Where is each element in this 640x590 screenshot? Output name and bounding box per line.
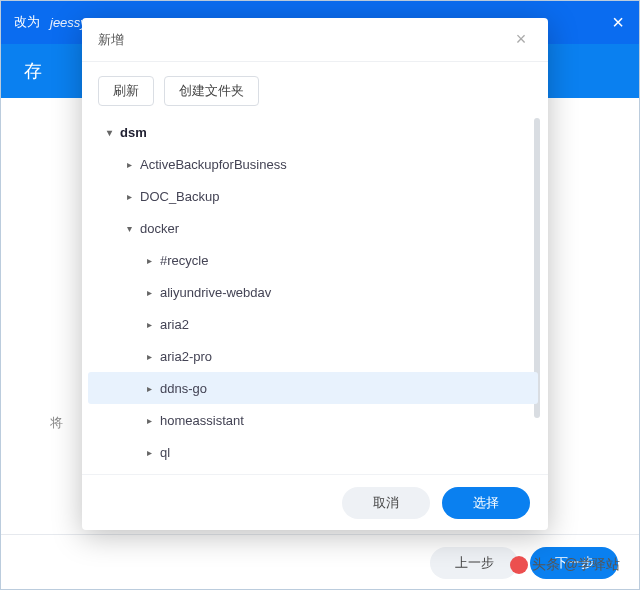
tree-node-label: aria2-pro [160,349,212,364]
watermark: 头条 @学驿站 [510,556,620,574]
new-folder-button[interactable]: 创建文件夹 [164,76,259,106]
tree-node-label: ActiveBackupforBusiness [140,157,287,172]
tree-node-docker[interactable]: ▾ docker [88,212,538,244]
tree-node[interactable]: ▸ homeassistant [88,404,538,436]
tree-node-label: aria2 [160,317,189,332]
tree-node[interactable]: ▸ tinymediamanager [88,468,538,474]
tree-node-label: ql [160,445,170,460]
select-button[interactable]: 选择 [442,487,530,519]
tree-node-label: docker [140,221,179,236]
modal-header: 新增 × [82,18,548,62]
tree-node[interactable]: ▸ ql [88,436,538,468]
chevron-right-icon: ▸ [142,445,156,459]
chevron-right-icon: ▸ [142,381,156,395]
chevron-down-icon: ▾ [102,125,116,139]
tree-node[interactable]: ▸ aria2 [88,308,538,340]
tree-node-root[interactable]: ▾ dsm [88,116,538,148]
chevron-right-icon: ▸ [142,285,156,299]
close-icon: × [516,29,527,50]
titlebar-text-left: 改为 [14,13,40,31]
chevron-right-icon: ▸ [122,189,136,203]
chevron-right-icon: ▸ [142,317,156,331]
watermark-text: 头条 @学驿站 [532,556,620,574]
tree-node-selected[interactable]: ▸ ddns-go [88,372,538,404]
chevron-right-icon: ▸ [142,413,156,427]
prev-button[interactable]: 上一步 [430,547,518,579]
chevron-right-icon: ▸ [122,157,136,171]
tree-node[interactable]: ▸ #recycle [88,244,538,276]
tree-node[interactable]: ▸ ActiveBackupforBusiness [88,148,538,180]
tree-node[interactable]: ▸ aria2-pro [88,340,538,372]
tree-node[interactable]: ▸ DOC_Backup [88,180,538,212]
tree-node-label: DOC_Backup [140,189,219,204]
modal-title: 新增 [98,31,124,49]
tree-node-label: aliyundrive-webdav [160,285,271,300]
chevron-down-icon: ▾ [122,221,136,235]
folder-picker-modal: 新增 × 刷新 创建文件夹 ▾ dsm ▸ ActiveBackupforBus… [82,18,548,530]
refresh-button[interactable]: 刷新 [98,76,154,106]
cancel-button[interactable]: 取消 [342,487,430,519]
window-close-button[interactable]: × [596,0,640,44]
wizard-title: 存 [24,59,42,83]
close-icon: × [612,11,624,34]
modal-footer: 取消 选择 [82,474,548,530]
modal-close-button[interactable]: × [510,29,532,51]
tree-node-label: dsm [120,125,147,140]
tree-node-label: #recycle [160,253,208,268]
body-label-fragment: 将 [50,414,63,432]
tree-node-label: homeassistant [160,413,244,428]
chevron-right-icon: ▸ [142,349,156,363]
chevron-right-icon: ▸ [142,253,156,267]
tree-node-label: ddns-go [160,381,207,396]
watermark-icon [510,556,528,574]
folder-tree: ▾ dsm ▸ ActiveBackupforBusiness ▸ DOC_Ba… [82,116,548,474]
modal-toolbar: 刷新 创建文件夹 [82,62,548,116]
tree-node[interactable]: ▸ aliyundrive-webdav [88,276,538,308]
